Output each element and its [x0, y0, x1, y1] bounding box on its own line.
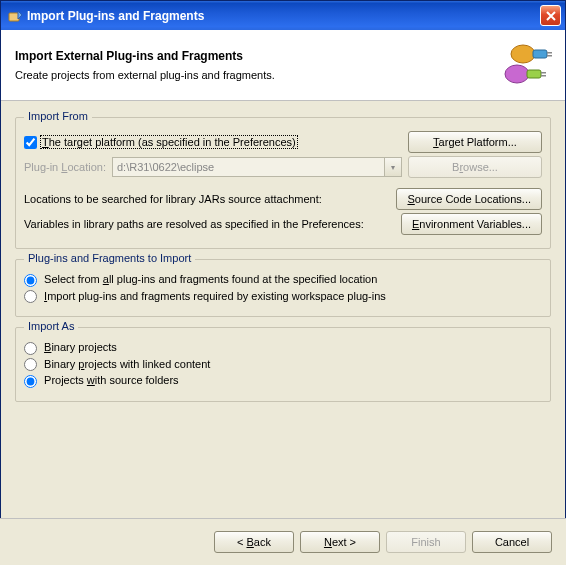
plugin-location-dropdown: ▾	[385, 157, 402, 177]
binary-linked-radio-row[interactable]: Binary projects with linked content	[24, 358, 210, 372]
import-required-radio[interactable]	[24, 290, 37, 303]
plugins-icon	[495, 40, 555, 90]
import-from-legend: Import From	[24, 110, 92, 122]
content-area: Import From The target platform (as spec…	[1, 101, 565, 402]
window-title: Import Plug-ins and Fragments	[27, 9, 540, 23]
target-platform-button[interactable]: Target Platform...	[408, 131, 542, 153]
target-platform-checkbox[interactable]	[24, 136, 37, 149]
target-platform-checkbox-row[interactable]: The target platform (as specified in the…	[24, 136, 402, 149]
binary-linked-label: Binary projects with linked content	[44, 358, 210, 370]
svg-rect-7	[541, 72, 546, 74]
select-all-label: Select from all plug-ins and fragments f…	[44, 273, 377, 285]
next-button[interactable]: Next >	[300, 531, 380, 553]
svg-rect-2	[533, 50, 547, 58]
import-from-group: Import From The target platform (as spec…	[15, 117, 551, 249]
select-all-radio[interactable]	[24, 274, 37, 287]
svg-point-1	[511, 45, 535, 63]
svg-rect-8	[541, 75, 546, 77]
environment-variables-button[interactable]: Environment Variables...	[401, 213, 542, 235]
import-as-group: Import As Binary projects Binary project…	[15, 327, 551, 402]
to-import-group: Plug-ins and Fragments to Import Select …	[15, 259, 551, 317]
svg-rect-4	[547, 55, 552, 57]
source-folders-radio[interactable]	[24, 375, 37, 388]
wizard-header: Import External Plug-ins and Fragments C…	[1, 30, 565, 101]
page-title: Import External Plug-ins and Fragments	[15, 49, 495, 63]
close-button[interactable]	[540, 5, 561, 26]
to-import-legend: Plug-ins and Fragments to Import	[24, 252, 195, 264]
binary-projects-radio-row[interactable]: Binary projects	[24, 341, 117, 355]
svg-rect-3	[547, 52, 552, 54]
wizard-footer: < Back Next > Finish Cancel	[0, 518, 566, 565]
svg-point-5	[505, 65, 529, 83]
source-folders-label: Projects with source folders	[44, 374, 179, 386]
target-platform-label: The target platform (as specified in the…	[41, 136, 297, 148]
page-description: Create projects from external plug-ins a…	[15, 69, 495, 81]
titlebar: Import Plug-ins and Fragments	[1, 1, 565, 30]
svg-rect-6	[527, 70, 541, 78]
binary-linked-radio[interactable]	[24, 358, 37, 371]
import-as-legend: Import As	[24, 320, 78, 332]
finish-button: Finish	[386, 531, 466, 553]
import-required-radio-row[interactable]: Import plug-ins and fragments required b…	[24, 290, 386, 304]
cancel-button[interactable]: Cancel	[472, 531, 552, 553]
import-required-label: Import plug-ins and fragments required b…	[44, 290, 386, 302]
source-locations-label: Locations to be searched for library JAR…	[24, 193, 322, 205]
env-vars-label: Variables in library paths are resolved …	[24, 218, 364, 230]
plugin-location-input	[112, 157, 385, 177]
back-button[interactable]: < Back	[214, 531, 294, 553]
browse-button: Browse...	[408, 156, 542, 178]
select-all-radio-row[interactable]: Select from all plug-ins and fragments f…	[24, 273, 377, 287]
binary-projects-label: Binary projects	[44, 341, 117, 353]
binary-projects-radio[interactable]	[24, 342, 37, 355]
source-folders-radio-row[interactable]: Projects with source folders	[24, 374, 179, 388]
import-wizard-icon	[7, 8, 23, 24]
source-code-locations-button[interactable]: Source Code Locations...	[396, 188, 542, 210]
plugin-location-label: Plug-in Location:	[24, 161, 106, 173]
